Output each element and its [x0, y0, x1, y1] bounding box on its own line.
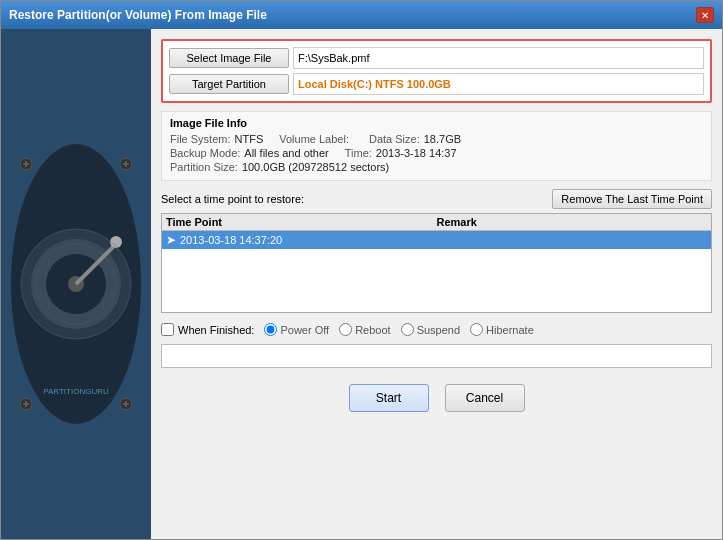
backup-mode-label: Backup Mode: — [170, 147, 240, 159]
vol-label: Volume Label: — [279, 133, 349, 145]
top-section: Select Image File F:\SysBak.pmf Target P… — [161, 39, 712, 103]
select-image-row: Select Image File F:\SysBak.pmf — [169, 47, 704, 69]
col-header-remark: Remark — [437, 216, 708, 228]
vol-pair: Volume Label: — [279, 133, 353, 145]
fs-value: NTFS — [235, 133, 264, 145]
col-header-time: Time Point — [166, 216, 437, 228]
remove-last-time-button[interactable]: Remove The Last Time Point — [552, 189, 712, 209]
svg-text:PARTITIONGURU: PARTITIONGURU — [43, 387, 109, 396]
data-size-value: 18.7GB — [424, 133, 461, 145]
title-bar: Restore Partition(or Volume) From Image … — [1, 1, 722, 29]
time-section-label: Select a time point to restore: — [161, 193, 304, 205]
hibernate-option[interactable]: Hibernate — [470, 323, 534, 336]
left-panel: PARTITIONGURU — [1, 29, 151, 539]
partition-size-value: 100.0GB (209728512 sectors) — [242, 161, 389, 173]
time-table-header: Time Point Remark — [162, 214, 711, 231]
info-row-3: Partition Size: 100.0GB (209728512 secto… — [170, 161, 703, 173]
time-label: Time: — [345, 147, 372, 159]
hibernate-radio[interactable] — [470, 323, 483, 336]
image-file-path: F:\SysBak.pmf — [293, 47, 704, 69]
reboot-radio[interactable] — [339, 323, 352, 336]
time-table: Time Point Remark ➤ 2013-03-18 14:37:20 — [161, 213, 712, 313]
bottom-buttons: Start Cancel — [161, 376, 712, 416]
time-value: 2013-3-18 14:37 — [376, 147, 457, 159]
when-finished-label: When Finished: — [178, 324, 254, 336]
select-image-button[interactable]: Select Image File — [169, 48, 289, 68]
right-panel: Select Image File F:\SysBak.pmf Target P… — [151, 29, 722, 539]
window-title: Restore Partition(or Volume) From Image … — [9, 8, 267, 22]
hibernate-label: Hibernate — [486, 324, 534, 336]
hdd-icon: PARTITIONGURU — [6, 134, 146, 434]
fs-label: File System: — [170, 133, 231, 145]
info-section-title: Image File Info — [170, 117, 703, 129]
when-finished-checkbox-label[interactable]: When Finished: — [161, 323, 254, 336]
power-off-label: Power Off — [280, 324, 329, 336]
data-size-label: Data Size: — [369, 133, 420, 145]
reboot-label: Reboot — [355, 324, 390, 336]
content-area: PARTITIONGURU Select Image — [1, 29, 722, 539]
time-arrow-icon: ➤ — [166, 233, 176, 247]
time-point-value: 2013-03-18 14:37:20 — [180, 234, 707, 246]
data-size-pair: Data Size: 18.7GB — [369, 133, 461, 145]
info-row-2: Backup Mode: All files and other Time: 2… — [170, 147, 703, 159]
backup-mode-value: All files and other — [244, 147, 328, 159]
cancel-button[interactable]: Cancel — [445, 384, 525, 412]
power-off-radio[interactable] — [264, 323, 277, 336]
reboot-option[interactable]: Reboot — [339, 323, 390, 336]
when-finished-checkbox[interactable] — [161, 323, 174, 336]
power-off-option[interactable]: Power Off — [264, 323, 329, 336]
fs-pair: File System: NTFS — [170, 133, 263, 145]
target-partition-value: Local Disk(C:) NTFS 100.0GB — [293, 73, 704, 95]
time-section: Select a time point to restore: Remove T… — [161, 189, 712, 313]
time-pair: Time: 2013-3-18 14:37 — [345, 147, 457, 159]
suspend-radio[interactable] — [401, 323, 414, 336]
backup-mode-pair: Backup Mode: All files and other — [170, 147, 329, 159]
main-window: Restore Partition(or Volume) From Image … — [0, 0, 723, 540]
suspend-option[interactable]: Suspend — [401, 323, 460, 336]
notes-input[interactable] — [161, 344, 712, 368]
image-file-info: Image File Info File System: NTFS Volume… — [161, 111, 712, 181]
time-table-row[interactable]: ➤ 2013-03-18 14:37:20 — [162, 231, 711, 249]
partition-size-pair: Partition Size: 100.0GB (209728512 secto… — [170, 161, 389, 173]
target-partition-row: Target Partition Local Disk(C:) NTFS 100… — [169, 73, 704, 95]
radio-group: Power Off Reboot Suspend Hibernate — [264, 323, 533, 336]
info-row-1: File System: NTFS Volume Label: Data Siz… — [170, 133, 703, 145]
close-button[interactable]: ✕ — [696, 7, 714, 23]
title-controls: ✕ — [696, 7, 714, 23]
time-header: Select a time point to restore: Remove T… — [161, 189, 712, 209]
partition-size-label: Partition Size: — [170, 161, 238, 173]
target-partition-button[interactable]: Target Partition — [169, 74, 289, 94]
suspend-label: Suspend — [417, 324, 460, 336]
start-button[interactable]: Start — [349, 384, 429, 412]
when-finished-section: When Finished: Power Off Reboot Suspend — [161, 323, 712, 336]
